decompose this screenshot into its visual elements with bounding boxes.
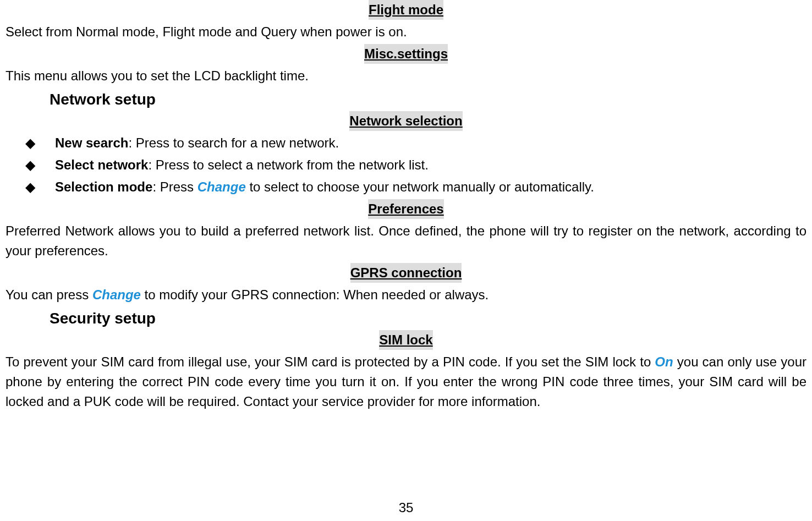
item-label: Selection mode xyxy=(55,179,152,194)
flight-mode-heading: Flight mode xyxy=(369,0,443,20)
sim-lock-text-before: To prevent your SIM card from illegal us… xyxy=(6,354,655,369)
gprs-text-before: You can press xyxy=(6,287,92,302)
sim-lock-text: To prevent your SIM card from illegal us… xyxy=(6,352,806,412)
network-selection-list: ◆ New search: Press to search for a new … xyxy=(6,133,806,197)
list-item-content: New search: Press to search for a new ne… xyxy=(55,133,806,153)
network-selection-heading-row: Network selection xyxy=(6,111,806,131)
document-page: Flight mode Select from Normal mode, Fli… xyxy=(0,0,812,521)
on-keyword: On xyxy=(655,354,673,369)
list-item-content: Select network: Press to select a networ… xyxy=(55,155,806,175)
network-setup-heading: Network setup xyxy=(50,88,806,111)
preferences-text: Preferred Network allows you to build a … xyxy=(6,221,806,261)
bullet-icon: ◆ xyxy=(6,177,55,197)
misc-settings-heading-row: Misc.settings xyxy=(6,44,806,64)
preferences-heading-row: Preferences xyxy=(6,199,806,219)
gprs-text: You can press Change to modify your GPRS… xyxy=(6,285,806,305)
bullet-icon: ◆ xyxy=(6,155,55,175)
preferences-heading: Preferences xyxy=(368,199,443,219)
gprs-heading-row: GPRS connection xyxy=(6,263,806,283)
gprs-text-after: to modify your GPRS connection: When nee… xyxy=(141,287,489,302)
security-setup-heading: Security setup xyxy=(50,307,806,330)
sim-lock-heading: SIM lock xyxy=(379,330,432,350)
item-desc: : Press to search for a new network. xyxy=(128,135,339,150)
list-item-content: Selection mode: Press Change to select t… xyxy=(55,177,806,197)
item-label: Select network xyxy=(55,157,148,172)
item-desc-before: : Press xyxy=(152,179,197,194)
bullet-icon: ◆ xyxy=(6,133,55,153)
flight-mode-text: Select from Normal mode, Flight mode and… xyxy=(6,22,806,42)
gprs-heading: GPRS connection xyxy=(350,263,462,283)
item-label: New search xyxy=(55,135,128,150)
misc-settings-text: This menu allows you to set the LCD back… xyxy=(6,66,806,86)
list-item: ◆ Select network: Press to select a netw… xyxy=(6,155,806,175)
change-keyword: Change xyxy=(92,287,141,302)
list-item: ◆ Selection mode: Press Change to select… xyxy=(6,177,806,197)
sim-lock-heading-row: SIM lock xyxy=(6,330,806,350)
change-keyword: Change xyxy=(197,179,246,194)
misc-settings-heading: Misc.settings xyxy=(364,44,448,64)
item-desc-after: to select to choose your network manuall… xyxy=(246,179,594,194)
network-selection-heading: Network selection xyxy=(349,111,462,131)
flight-mode-heading-row: Flight mode xyxy=(6,0,806,20)
page-number: 35 xyxy=(0,498,812,518)
list-item: ◆ New search: Press to search for a new … xyxy=(6,133,806,153)
item-desc: : Press to select a network from the net… xyxy=(148,157,429,172)
